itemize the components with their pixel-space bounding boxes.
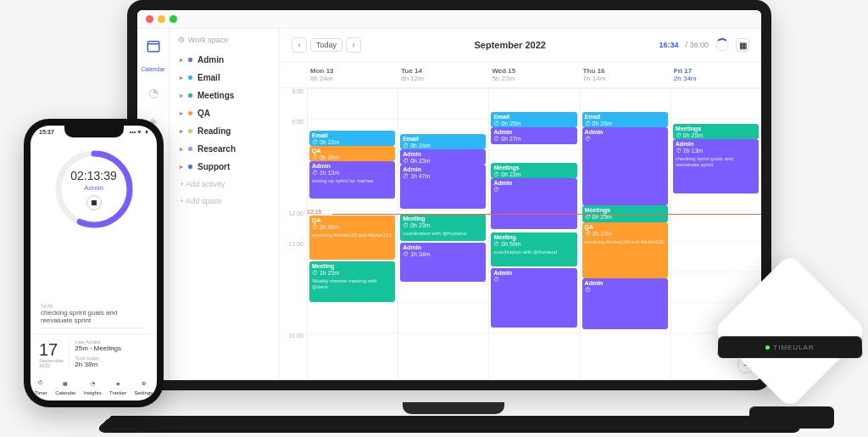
event-block[interactable]: Admin⏱ 2h 13mchecking sprint goals and r… [673, 139, 759, 193]
rail-calendar[interactable] [145, 37, 162, 54]
current-time-line [332, 214, 761, 215]
hour-label [280, 149, 307, 180]
hour-label: 12:00 [280, 210, 307, 241]
tab-tracker[interactable]: ◈Tracker [109, 377, 126, 395]
day-header: Fri 172h 34m [670, 62, 761, 87]
event-block[interactable]: Admin⏱ [491, 178, 576, 229]
phone-mockup: 15:37 ••• ᯤ ▮ 02:13:39 Admin Note checki… [24, 119, 164, 407]
maximize-traffic-light[interactable] [170, 15, 177, 23]
event-block[interactable]: Admin⏱ 0h 23m [400, 149, 486, 165]
device-led-icon [765, 345, 770, 350]
tab-insights[interactable]: ◔Insights [84, 377, 102, 395]
event-block[interactable]: Meetings⏱ 0h 25m [673, 124, 759, 139]
sidebar-item-reading[interactable]: ▸Reading [178, 122, 270, 140]
day-column[interactable]: Email⏱ 0h 23mQA⏱ 0h 26mAdmin⏱ 1h 13msett… [307, 88, 398, 380]
timer-value: 02:13:39 [70, 169, 117, 182]
laptop-base [92, 416, 807, 433]
event-block[interactable]: Admin⏱ 1h 34m [400, 243, 486, 282]
day-column[interactable]: Email⏱ 0h 26mAdmin⏱ Meetings⏱ 0h 25mQA⏱ … [580, 88, 670, 380]
close-traffic-light[interactable] [146, 15, 153, 23]
hour-label: 16:00 [280, 333, 307, 363]
progress-ring-icon [715, 38, 729, 52]
event-block[interactable]: Meeting⏱ 0h 56mcoordination with @fronte… [491, 233, 576, 266]
footer-day: 17 [39, 341, 64, 358]
hour-label [280, 180, 307, 210]
hour-label: 8:00 [280, 88, 307, 119]
day-column[interactable]: Email⏱ 0h 24mAdmin⏱ 0h 23mAdmin⏱ 1h 47mM… [398, 88, 488, 380]
timer-activity: Admin [84, 184, 103, 192]
calendar-grid: 8:009:0012:0013:0016:00 Email⏱ 0h 23mQA⏱… [280, 88, 761, 380]
rail-reports-icon[interactable]: ◔ [145, 84, 162, 101]
prev-week-button[interactable]: ‹ [292, 37, 307, 53]
day-header: Thu 167h 14m [580, 62, 670, 87]
time-gutter: 8:009:0012:0013:0016:00 [280, 88, 307, 380]
sidebar-item-research[interactable]: ▸Research [178, 140, 270, 158]
device-band: TIMEULAR [718, 336, 863, 358]
day-header: Wed 155h 23m [488, 62, 579, 87]
day-header: Tue 148h 12m [398, 62, 488, 87]
app-shell: Calendar ◔ ◈ ⚙Work space ▸Admin▸Email▸Me… [137, 29, 761, 380]
last-added-value: 25m · Meetings [75, 345, 121, 352]
progress-ring: 02:13:39 Admin [52, 147, 136, 232]
sidebar-item-qa[interactable]: ▸QA [178, 104, 270, 122]
tab-settings[interactable]: ⚙Settings [135, 377, 153, 395]
event-block[interactable]: Admin⏱ 0h 27m [491, 127, 576, 144]
phone-notch [64, 126, 124, 137]
rail-calendar-label: Calendar [141, 66, 164, 72]
hour-label: 13:00 [280, 241, 307, 272]
event-block[interactable]: Admin⏱ [582, 127, 668, 205]
event-block[interactable]: QA⏱ 2h 27mresolving #ticket134 and #tick… [582, 222, 668, 278]
event-block[interactable]: QA⏱ 1h 56mresolving #ticket132 and #tick… [309, 216, 395, 260]
minimize-traffic-light[interactable] [158, 15, 165, 23]
window-chrome [137, 10, 761, 29]
calendar-title: September 2022 [475, 40, 546, 50]
event-block[interactable]: Admin⏱ [491, 268, 576, 328]
sidebar-item-email[interactable]: ▸Email [178, 69, 270, 87]
tab-calendar[interactable]: ▦Calendar [55, 377, 75, 395]
footer-year: 2022 [39, 363, 64, 368]
next-week-button[interactable]: › [346, 37, 361, 53]
event-block[interactable]: Email⏱ 0h 23m [309, 131, 395, 146]
sidebar-item-meetings[interactable]: ▸Meetings [178, 87, 270, 104]
day-column[interactable]: Email⏱ 0h 25mAdmin⏱ 0h 27mMeetings⏱ 0h 2… [488, 88, 579, 380]
note-area: Note checking sprint goals and reevaluat… [31, 298, 157, 333]
event-block[interactable]: Meeting⏱ 1h 23mWeekly mamee meeting with… [309, 261, 395, 302]
phone-tabbar: ⏱Timer▦Calendar◔Insights◈Tracker⚙Setting… [31, 373, 157, 401]
datepicker-button[interactable]: ▦ [736, 38, 749, 52]
note-text[interactable]: checking sprint goals and reevaluate spr… [41, 309, 147, 328]
event-block[interactable]: Admin⏱ 1h 47m [400, 165, 486, 209]
laptop-screen: Calendar ◔ ◈ ⚙Work space ▸Admin▸Email▸Me… [127, 0, 771, 390]
tracked-time: 16:34 [659, 41, 678, 49]
event-block[interactable]: Meeting⏱ 0h 23mcoordination with @fronte… [400, 214, 486, 241]
total-today-value: 2h 38m [75, 361, 121, 368]
sidebar-item-admin[interactable]: ▸Admin [178, 51, 270, 69]
hour-label: 9:00 [280, 119, 307, 149]
device-body [712, 253, 868, 409]
total-time: / 36:00 [685, 41, 709, 49]
event-block[interactable]: QA⏱ 0h 26m [309, 146, 395, 161]
stop-button[interactable] [86, 195, 102, 210]
event-block[interactable]: Email⏱ 0h 24m [400, 134, 486, 149]
tracker-device: TIMEULAR [720, 272, 860, 429]
main-content: ‹ Today › September 2022 16:34 / 36:00 ▦… [280, 29, 761, 380]
event-block[interactable]: Email⏱ 0h 25m [491, 112, 576, 127]
hour-label [280, 302, 307, 333]
sidebar-item-support[interactable]: ▸Support [178, 158, 270, 176]
add-activity[interactable]: + Add activity [178, 176, 270, 193]
event-block[interactable]: Email⏱ 0h 26m [582, 112, 668, 127]
device-brand: TIMEULAR [773, 344, 815, 351]
device-base [749, 406, 834, 429]
event-block[interactable]: Admin⏱ 1h 13msetting up sprint for mamee [309, 161, 395, 199]
event-block[interactable]: Meetings⏱ 0h 22m [491, 163, 576, 178]
note-label: Note [41, 303, 147, 309]
tab-timer[interactable]: ⏱Timer [35, 377, 47, 395]
status-time: 15:37 [39, 129, 54, 135]
status-icons: ••• ᯤ ▮ [130, 129, 148, 135]
phone-footer: 17 September 2022 Last Added25m · Meetin… [31, 333, 157, 373]
event-block[interactable]: Admin⏱ [582, 278, 668, 329]
sidebar-workspace-label: ⚙Work space [178, 36, 270, 44]
laptop-mockup: Calendar ◔ ◈ ⚙Work space ▸Admin▸Email▸Me… [127, 0, 780, 424]
today-button[interactable]: Today [310, 38, 342, 52]
svg-rect-0 [147, 42, 159, 52]
add-space[interactable]: + Add space [178, 193, 270, 210]
